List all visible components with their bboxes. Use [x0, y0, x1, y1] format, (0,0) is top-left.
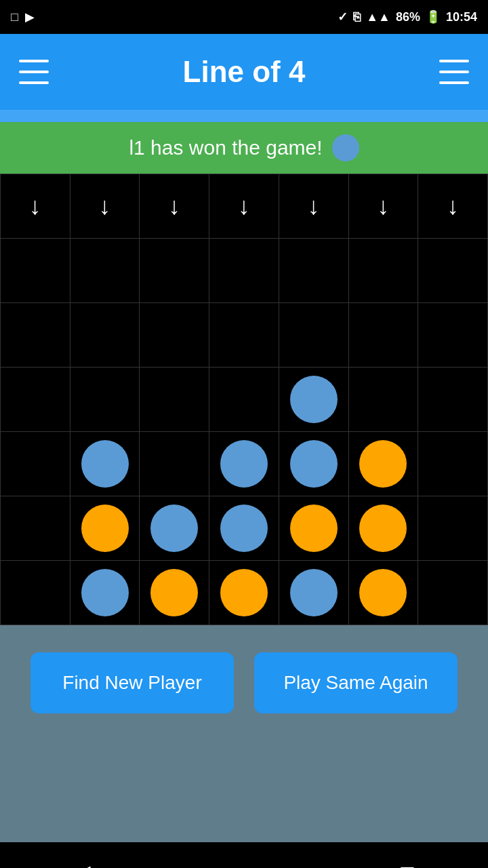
disc-orange-5-5	[359, 505, 407, 552]
status-left-icons: □ ▶	[11, 9, 35, 24]
left-menu-button[interactable]	[19, 60, 49, 84]
cell-6-4	[279, 561, 349, 625]
cell-2-5	[349, 303, 419, 368]
find-new-player-button[interactable]: Find New Player	[30, 652, 234, 713]
cell-4-1	[70, 432, 140, 496]
cell-4-3	[209, 432, 279, 496]
cell-6-5	[349, 561, 419, 625]
board-container: ↓↓↓↓↓↓↓	[0, 174, 488, 625]
home-button[interactable]: ⌂	[239, 861, 252, 869]
cell-4-5	[349, 432, 419, 496]
disc-orange-4-5	[359, 440, 407, 488]
disc-blue-4-4	[290, 440, 338, 488]
cell-4-0	[1, 432, 70, 496]
cell-0-5[interactable]: ↓	[349, 174, 419, 239]
cell-5-5	[349, 496, 419, 561]
time: 10:54	[446, 10, 477, 24]
cell-0-4[interactable]: ↓	[279, 174, 349, 239]
cell-5-1	[70, 496, 140, 561]
buttons-area: Find New Player Play Same Again	[0, 625, 488, 741]
disc-orange-6-5	[359, 569, 407, 616]
cell-5-3	[209, 496, 279, 561]
cell-0-6[interactable]: ↓	[418, 174, 488, 239]
recents-button[interactable]: □	[401, 861, 413, 869]
disc-blue-4-1	[81, 440, 129, 488]
disc-orange-5-1	[81, 505, 129, 552]
nav-bar: ◁ ⌂ □	[0, 842, 488, 868]
disc-blue-6-4	[290, 569, 338, 616]
play-icon: ▶	[25, 9, 35, 24]
cell-3-3	[209, 368, 279, 432]
disc-blue-4-3	[220, 440, 268, 488]
cell-1-6	[418, 239, 488, 303]
wifi-icon: ⎘	[353, 10, 361, 24]
win-banner: l1 has won the game!	[0, 122, 488, 174]
win-text: l1 has won the game!	[129, 136, 322, 159]
bottom-spacer	[0, 741, 488, 842]
photo-icon: □	[11, 10, 18, 24]
play-same-again-button[interactable]: Play Same Again	[254, 652, 458, 713]
disc-blue-6-1	[81, 569, 129, 616]
signal-icon: ▲▲	[366, 10, 390, 24]
cell-1-5	[349, 239, 419, 303]
cell-5-4	[279, 496, 349, 561]
status-right-info: ✓ ⎘ ▲▲ 86% 🔋 10:54	[338, 9, 477, 24]
cell-6-1	[70, 561, 140, 625]
cell-0-0[interactable]: ↓	[1, 174, 70, 239]
cell-6-0	[1, 561, 70, 625]
cell-1-4	[279, 239, 349, 303]
back-button[interactable]: ◁	[74, 860, 91, 868]
win-disc-blue	[332, 134, 359, 161]
cell-3-1	[70, 368, 140, 432]
cell-3-0	[1, 368, 70, 432]
cell-3-6	[418, 368, 488, 432]
cell-0-1[interactable]: ↓	[70, 174, 140, 239]
status-bar: □ ▶ ✓ ⎘ ▲▲ 86% 🔋 10:54	[0, 0, 488, 34]
cell-1-2	[140, 239, 209, 303]
disc-blue-3-4	[290, 376, 338, 423]
cell-2-3	[209, 303, 279, 368]
disc-orange-5-4	[290, 505, 338, 552]
cell-6-6	[418, 561, 488, 625]
cell-5-0	[1, 496, 70, 561]
cell-1-0	[1, 239, 70, 303]
disc-blue-5-3	[220, 505, 268, 552]
cell-5-2	[140, 496, 209, 561]
cell-1-1	[70, 239, 140, 303]
right-menu-button[interactable]	[439, 60, 469, 84]
app-title: Line of 4	[183, 55, 306, 89]
cell-2-0	[1, 303, 70, 368]
cell-2-1	[70, 303, 140, 368]
battery-level: 86%	[396, 10, 420, 24]
cell-3-4	[279, 368, 349, 432]
cell-4-4	[279, 432, 349, 496]
app-bar: Line of 4	[0, 34, 488, 110]
cell-3-2	[140, 368, 209, 432]
cell-2-6	[418, 303, 488, 368]
cell-0-3[interactable]: ↓	[209, 174, 279, 239]
cell-5-6	[418, 496, 488, 561]
cell-2-2	[140, 303, 209, 368]
cell-1-3	[209, 239, 279, 303]
disc-orange-6-3	[220, 569, 268, 616]
disc-blue-5-2	[150, 505, 198, 552]
cell-3-5	[349, 368, 419, 432]
cell-4-6	[418, 432, 488, 496]
cell-6-2	[140, 561, 209, 625]
disc-orange-6-2	[150, 569, 198, 616]
blue-strip	[0, 110, 488, 122]
bluetooth-icon: ✓	[338, 9, 348, 24]
cell-2-4	[279, 303, 349, 368]
cell-4-2	[140, 432, 209, 496]
cell-6-3	[209, 561, 279, 625]
game-board: ↓↓↓↓↓↓↓	[0, 174, 488, 625]
cell-0-2[interactable]: ↓	[140, 174, 209, 239]
battery-icon: 🔋	[426, 9, 441, 24]
